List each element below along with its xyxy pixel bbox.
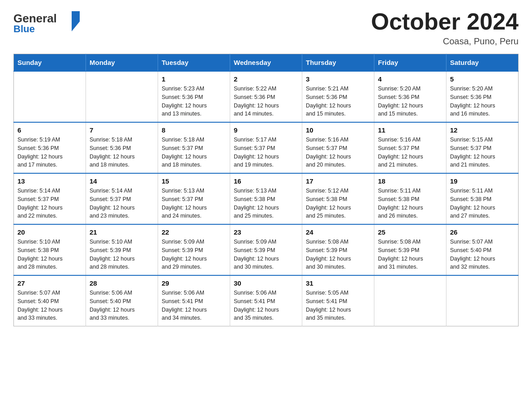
- day-info: Sunrise: 5:07 AMSunset: 5:40 PMDaylight:…: [450, 238, 515, 271]
- day-cell: [86, 71, 158, 122]
- day-info: Sunrise: 5:06 AMSunset: 5:41 PMDaylight:…: [234, 289, 298, 322]
- week-row-4: 20Sunrise: 5:10 AMSunset: 5:38 PMDayligh…: [14, 224, 519, 275]
- day-cell: 10Sunrise: 5:16 AMSunset: 5:37 PMDayligh…: [302, 122, 374, 173]
- day-info: Sunrise: 5:18 AMSunset: 5:36 PMDaylight:…: [90, 136, 154, 169]
- header-cell-friday: Friday: [374, 54, 446, 72]
- day-number: 20: [17, 228, 82, 236]
- page-title: October 2024: [371, 9, 519, 34]
- day-number: 2: [234, 75, 298, 83]
- day-info: Sunrise: 5:13 AMSunset: 5:38 PMDaylight:…: [234, 187, 298, 220]
- day-cell: 4Sunrise: 5:20 AMSunset: 5:36 PMDaylight…: [374, 71, 446, 122]
- day-cell: 29Sunrise: 5:06 AMSunset: 5:41 PMDayligh…: [158, 275, 230, 326]
- day-info: Sunrise: 5:19 AMSunset: 5:36 PMDaylight:…: [17, 136, 82, 169]
- day-cell: 27Sunrise: 5:07 AMSunset: 5:40 PMDayligh…: [14, 275, 86, 326]
- day-number: 6: [17, 126, 82, 134]
- day-cell: 22Sunrise: 5:09 AMSunset: 5:39 PMDayligh…: [158, 224, 230, 275]
- day-info: Sunrise: 5:07 AMSunset: 5:40 PMDaylight:…: [17, 289, 82, 322]
- header-cell-thursday: Thursday: [302, 54, 374, 72]
- day-cell: 31Sunrise: 5:05 AMSunset: 5:41 PMDayligh…: [302, 275, 374, 326]
- day-cell: 16Sunrise: 5:13 AMSunset: 5:38 PMDayligh…: [230, 173, 302, 224]
- day-number: 11: [378, 126, 442, 134]
- day-number: 14: [90, 177, 154, 185]
- header: General Blue October 2024 Coasa, Puno, P…: [13, 9, 519, 47]
- day-cell: 25Sunrise: 5:08 AMSunset: 5:39 PMDayligh…: [374, 224, 446, 275]
- day-number: 24: [306, 228, 370, 236]
- day-cell: 11Sunrise: 5:16 AMSunset: 5:37 PMDayligh…: [374, 122, 446, 173]
- day-number: 30: [234, 279, 298, 287]
- day-cell: [374, 275, 446, 326]
- day-number: 29: [162, 279, 226, 287]
- day-info: Sunrise: 5:11 AMSunset: 5:38 PMDaylight:…: [450, 187, 515, 220]
- header-row: SundayMondayTuesdayWednesdayThursdayFrid…: [14, 54, 519, 72]
- day-info: Sunrise: 5:15 AMSunset: 5:37 PMDaylight:…: [450, 136, 515, 169]
- day-info: Sunrise: 5:10 AMSunset: 5:38 PMDaylight:…: [17, 238, 82, 271]
- day-info: Sunrise: 5:06 AMSunset: 5:40 PMDaylight:…: [90, 289, 154, 322]
- day-info: Sunrise: 5:10 AMSunset: 5:39 PMDaylight:…: [90, 238, 154, 271]
- day-number: 17: [306, 177, 370, 185]
- svg-marker-3: [72, 21, 80, 31]
- day-info: Sunrise: 5:14 AMSunset: 5:37 PMDaylight:…: [90, 187, 154, 220]
- logo-area: General Blue: [13, 9, 85, 35]
- day-cell: 18Sunrise: 5:11 AMSunset: 5:38 PMDayligh…: [374, 173, 446, 224]
- day-number: 16: [234, 177, 298, 185]
- day-info: Sunrise: 5:18 AMSunset: 5:37 PMDaylight:…: [162, 136, 226, 169]
- day-cell: 2Sunrise: 5:22 AMSunset: 5:36 PMDaylight…: [230, 71, 302, 122]
- day-number: 22: [162, 228, 226, 236]
- day-cell: 3Sunrise: 5:21 AMSunset: 5:36 PMDaylight…: [302, 71, 374, 122]
- day-info: Sunrise: 5:16 AMSunset: 5:37 PMDaylight:…: [378, 136, 442, 169]
- day-number: 23: [234, 228, 298, 236]
- title-area: October 2024 Coasa, Puno, Peru: [371, 9, 519, 47]
- day-number: 15: [162, 177, 226, 185]
- day-cell: 20Sunrise: 5:10 AMSunset: 5:38 PMDayligh…: [14, 224, 86, 275]
- page-subtitle: Coasa, Puno, Peru: [371, 36, 519, 47]
- logo: General Blue: [13, 9, 85, 35]
- day-cell: 15Sunrise: 5:13 AMSunset: 5:37 PMDayligh…: [158, 173, 230, 224]
- day-info: Sunrise: 5:16 AMSunset: 5:37 PMDaylight:…: [306, 136, 370, 169]
- day-number: 5: [450, 75, 515, 83]
- day-number: 28: [90, 279, 154, 287]
- day-number: 1: [162, 75, 226, 83]
- day-cell: 13Sunrise: 5:14 AMSunset: 5:37 PMDayligh…: [14, 173, 86, 224]
- day-number: 13: [17, 177, 82, 185]
- day-number: 21: [90, 228, 154, 236]
- svg-text:Blue: Blue: [13, 23, 35, 34]
- day-info: Sunrise: 5:21 AMSunset: 5:36 PMDaylight:…: [306, 85, 370, 118]
- week-row-2: 6Sunrise: 5:19 AMSunset: 5:36 PMDaylight…: [14, 122, 519, 173]
- day-number: 12: [450, 126, 515, 134]
- day-info: Sunrise: 5:17 AMSunset: 5:37 PMDaylight:…: [234, 136, 298, 169]
- day-info: Sunrise: 5:22 AMSunset: 5:36 PMDaylight:…: [234, 85, 298, 118]
- day-cell: 12Sunrise: 5:15 AMSunset: 5:37 PMDayligh…: [446, 122, 519, 173]
- header-cell-tuesday: Tuesday: [158, 54, 230, 72]
- calendar-table: SundayMondayTuesdayWednesdayThursdayFrid…: [13, 54, 519, 326]
- day-cell: 6Sunrise: 5:19 AMSunset: 5:36 PMDaylight…: [14, 122, 86, 173]
- header-cell-wednesday: Wednesday: [230, 54, 302, 72]
- day-cell: 9Sunrise: 5:17 AMSunset: 5:37 PMDaylight…: [230, 122, 302, 173]
- day-info: Sunrise: 5:12 AMSunset: 5:38 PMDaylight:…: [306, 187, 370, 220]
- day-info: Sunrise: 5:20 AMSunset: 5:36 PMDaylight:…: [378, 85, 442, 118]
- week-row-3: 13Sunrise: 5:14 AMSunset: 5:37 PMDayligh…: [14, 173, 519, 224]
- day-number: 18: [378, 177, 442, 185]
- day-number: 19: [450, 177, 515, 185]
- day-number: 3: [306, 75, 370, 83]
- day-number: 25: [378, 228, 442, 236]
- day-cell: 19Sunrise: 5:11 AMSunset: 5:38 PMDayligh…: [446, 173, 519, 224]
- header-cell-saturday: Saturday: [446, 54, 519, 72]
- day-number: 4: [378, 75, 442, 83]
- day-info: Sunrise: 5:06 AMSunset: 5:41 PMDaylight:…: [162, 289, 226, 322]
- day-cell: 28Sunrise: 5:06 AMSunset: 5:40 PMDayligh…: [86, 275, 158, 326]
- day-info: Sunrise: 5:13 AMSunset: 5:37 PMDaylight:…: [162, 187, 226, 220]
- header-cell-monday: Monday: [86, 54, 158, 72]
- week-row-1: 1Sunrise: 5:23 AMSunset: 5:36 PMDaylight…: [14, 71, 519, 122]
- day-info: Sunrise: 5:08 AMSunset: 5:39 PMDaylight:…: [378, 238, 442, 271]
- header-cell-sunday: Sunday: [14, 54, 86, 72]
- day-number: 26: [450, 228, 515, 236]
- day-number: 27: [17, 279, 82, 287]
- day-cell: 24Sunrise: 5:08 AMSunset: 5:39 PMDayligh…: [302, 224, 374, 275]
- day-info: Sunrise: 5:08 AMSunset: 5:39 PMDaylight:…: [306, 238, 370, 271]
- day-cell: 17Sunrise: 5:12 AMSunset: 5:38 PMDayligh…: [302, 173, 374, 224]
- day-cell: 1Sunrise: 5:23 AMSunset: 5:36 PMDaylight…: [158, 71, 230, 122]
- day-cell: [446, 275, 519, 326]
- day-info: Sunrise: 5:09 AMSunset: 5:39 PMDaylight:…: [234, 238, 298, 271]
- day-cell: 8Sunrise: 5:18 AMSunset: 5:37 PMDaylight…: [158, 122, 230, 173]
- day-cell: [14, 71, 86, 122]
